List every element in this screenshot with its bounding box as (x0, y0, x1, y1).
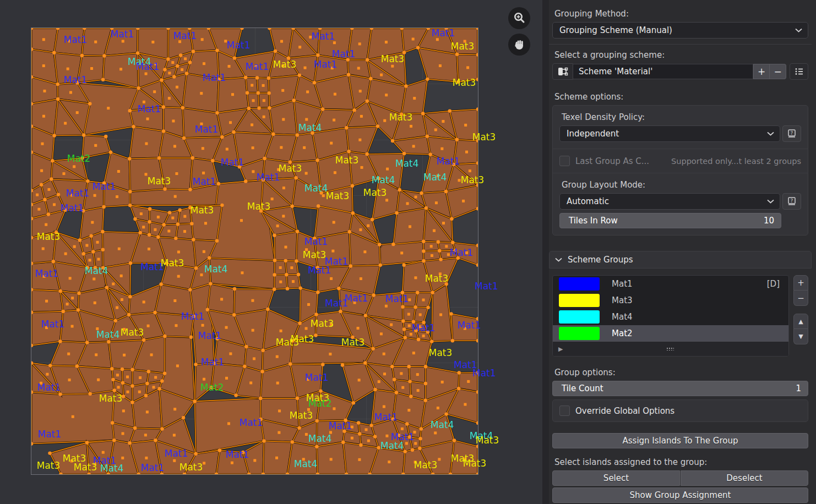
tiles-in-row-label: Tiles In Row (569, 216, 618, 226)
separator (553, 173, 808, 173)
grouping-panel: Grouping Method: Grouping Scheme (Manual… (549, 0, 816, 504)
override-global-options-checkbox[interactable] (559, 406, 570, 416)
group-row-mat3[interactable]: Mat3 (553, 292, 788, 309)
scheme-selector-row: Scheme 'Material' + − (552, 63, 808, 80)
scheme-options-label: Scheme options: (554, 92, 807, 102)
scheme-browse-button[interactable] (552, 63, 573, 80)
assign-islands-button[interactable]: Assign Islands To The Group (552, 433, 808, 448)
grouping-method-label: Grouping Method: (554, 9, 807, 19)
group-row-mat4[interactable]: Mat4 (553, 309, 788, 325)
group-color-swatch[interactable] (559, 277, 600, 291)
minus-icon: − (774, 66, 781, 77)
last-group-checkbox[interactable] (559, 156, 570, 166)
scheme-name-value: Scheme 'Material' (579, 67, 652, 76)
plus-icon: + (758, 66, 765, 77)
group-default-tag: [D] (767, 279, 780, 289)
island-label-mat1: Mat1 (475, 282, 498, 291)
group-name: Mat3 (612, 295, 780, 305)
group-color-swatch[interactable] (559, 294, 600, 307)
move-group-up-button[interactable]: ▲ (793, 314, 808, 329)
scheme-name-field[interactable]: Scheme 'Material' (573, 64, 753, 79)
chevron-down-icon (555, 258, 562, 262)
last-group-row: Last Group As C... Supported only...t le… (559, 156, 801, 166)
tiles-in-row-slider[interactable]: Tiles In Row 10 (559, 213, 781, 228)
move-group-down-button[interactable]: ▼ (793, 329, 808, 344)
group-color-swatch[interactable] (559, 327, 600, 340)
last-group-note: Supported only...t least 2 groups (671, 157, 801, 166)
scheme-datablock-icon (557, 67, 568, 76)
scheme-list-menu-button[interactable] (790, 63, 808, 80)
group-list[interactable]: Mat1[D]Mat3Mat4Mat2▶ (552, 275, 789, 357)
uv-packer-app: Mat1Mat1Mat1Mat1Mat1Mat1Mat3Mat4Mat1Mat1… (0, 0, 816, 504)
remove-scheme-button[interactable]: − (770, 64, 786, 79)
scheme-select-label: Select a grouping scheme: (554, 50, 807, 60)
select-label: Select (603, 473, 629, 483)
tile-count-label: Tile Count (562, 384, 603, 393)
zoom-tool-button[interactable] (508, 7, 530, 29)
texel-density-dropdown[interactable]: Independent (559, 125, 780, 142)
deselect-label: Deselect (726, 473, 762, 483)
svg-text:?: ? (791, 130, 793, 136)
resize-grip-icon[interactable] (666, 347, 674, 350)
scheme-options-box: Texel Density Policy: Independent ? (552, 105, 808, 235)
group-name: Mat2 (612, 328, 780, 338)
hand-icon (513, 38, 526, 51)
layout-mode-dropdown[interactable]: Automatic (559, 193, 780, 210)
texel-density-label: Texel Density Policy: (562, 112, 800, 122)
layout-mode-help-button[interactable]: ? (782, 193, 801, 210)
layout-mode-value: Automatic (567, 196, 609, 206)
show-group-assignment-button[interactable]: Show Group Assignment (552, 487, 808, 503)
group-options-label: Group options: (554, 368, 807, 377)
select-islands-label: Select islands assigned to the group: (554, 457, 807, 467)
triangle-up-icon: ▲ (798, 318, 803, 325)
uv-canvas[interactable] (31, 28, 478, 474)
group-list-buttons: + − ▲ ▼ (793, 275, 808, 357)
svg-text:?: ? (791, 198, 793, 204)
remove-group-button[interactable]: − (793, 291, 808, 306)
add-scheme-button[interactable]: + (753, 64, 770, 79)
help-book-icon: ? (787, 196, 797, 206)
group-list-footer: ▶ (553, 342, 788, 356)
tile-count-slider[interactable]: Tile Count 1 (552, 381, 808, 396)
island-label-mat3: Mat3 (476, 436, 499, 445)
group-row-mat2[interactable]: Mat2 (553, 325, 788, 342)
group-name: Mat4 (612, 312, 780, 322)
group-row-mat1[interactable]: Mat1[D] (553, 276, 788, 292)
deselect-button[interactable]: Deselect (681, 470, 808, 486)
uv-editor-viewport[interactable]: Mat1Mat1Mat1Mat1Mat1Mat1Mat3Mat4Mat1Mat1… (0, 0, 542, 504)
scheme-groups-header[interactable]: Scheme Groups (549, 251, 812, 269)
show-group-assignment-label: Show Group Assignment (630, 490, 731, 500)
grouping-method-value: Grouping Scheme (Manual) (559, 25, 672, 35)
magnifier-plus-icon (513, 12, 526, 25)
override-global-options-label: Override Global Options (575, 406, 674, 416)
last-group-label: Last Group As C... (575, 156, 649, 166)
group-name: Mat1 (612, 279, 767, 289)
group-color-swatch[interactable] (559, 310, 600, 324)
help-book-icon: ? (787, 129, 797, 139)
add-group-button[interactable]: + (793, 275, 808, 291)
group-override-box: Override Global Options (552, 399, 808, 422)
select-button[interactable]: Select (552, 470, 680, 486)
assign-islands-label: Assign Islands To The Group (623, 436, 738, 446)
chevron-down-icon (767, 199, 774, 204)
grouping-method-dropdown[interactable]: Grouping Scheme (Manual) (552, 22, 808, 39)
tile-count-value: 1 (796, 384, 801, 393)
separator (549, 44, 812, 45)
triangle-down-icon: ▼ (798, 333, 803, 340)
chevron-down-icon (795, 28, 802, 32)
chevron-down-icon (767, 132, 774, 136)
scheme-groups-section: Mat1[D]Mat3Mat4Mat2▶ + − ▲ ▼ (552, 275, 808, 357)
pan-tool-button[interactable] (508, 34, 530, 56)
scheme-groups-title: Scheme Groups (568, 255, 633, 265)
tiles-in-row-value: 10 (764, 216, 774, 226)
texel-density-help-button[interactable]: ? (782, 125, 801, 142)
layout-mode-label: Group Layout Mode: (562, 180, 800, 190)
texel-density-value: Independent (567, 129, 619, 139)
list-menu-icon (795, 68, 803, 75)
separator (553, 149, 808, 149)
filter-expand-icon[interactable]: ▶ (558, 346, 563, 353)
